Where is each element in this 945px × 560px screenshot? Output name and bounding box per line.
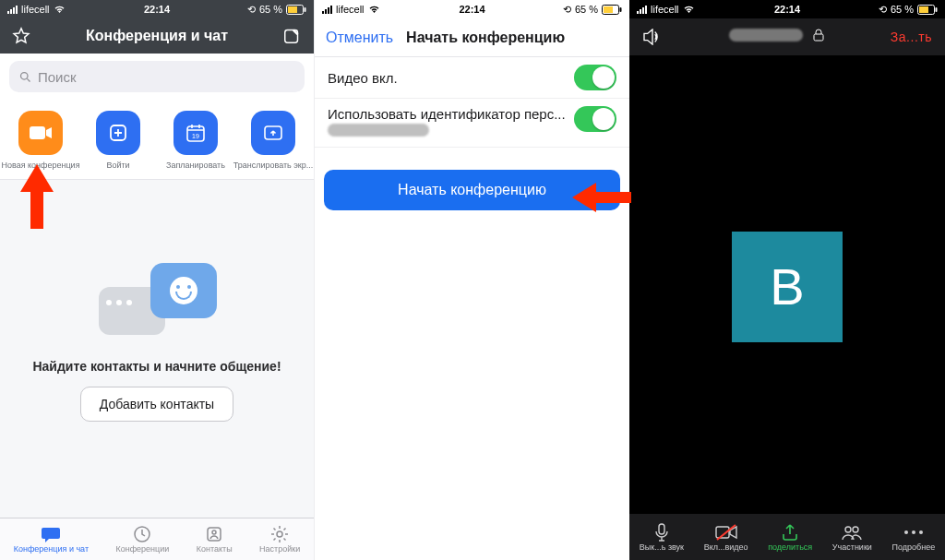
battery-label: 65 % [575, 4, 598, 15]
battery-label: 65 % [259, 4, 282, 15]
clock: 22:14 [459, 4, 484, 15]
clock-icon [133, 525, 151, 543]
svg-rect-18 [919, 6, 928, 13]
setting-video-on: Видео вкл. [315, 57, 629, 99]
video-icon [29, 125, 53, 141]
empty-state: Найдите контакты и начните общение! Доба… [0, 263, 314, 422]
end-call-button[interactable]: За...ть [891, 30, 932, 44]
contact-icon [205, 525, 223, 543]
signal-icon [7, 6, 18, 14]
video-area[interactable]: В [629, 55, 945, 518]
participants-icon [841, 524, 863, 541]
tab-conferences[interactable]: Конференции [115, 525, 169, 554]
toggle-video[interactable] [574, 65, 616, 90]
status-bar: lifecell 22:14 ⟲ 65 % [0, 0, 314, 18]
signal-icon [322, 6, 332, 14]
calendar-icon: 19 [185, 123, 206, 143]
tab-label: Конференции [115, 544, 169, 554]
modal-header: Отменить Начать конференцию [315, 18, 629, 57]
more-icon [903, 529, 925, 536]
tutorial-arrow [18, 164, 55, 229]
setting-label: Использовать идентификатор перс... [328, 106, 574, 139]
btn-mute[interactable]: Вык...ь звук [640, 523, 684, 552]
bottom-tabbar: Конференция и чат Конференции Контакты Н… [0, 518, 314, 560]
btn-label: Вкл...видео [704, 542, 748, 552]
tab-label: Настройки [259, 544, 300, 554]
battery-icon [286, 5, 306, 15]
action-schedule[interactable]: 19 Запланировать [159, 111, 233, 170]
svg-rect-5 [30, 126, 45, 139]
speaker-icon[interactable] [642, 29, 663, 45]
link-icon: ⟲ [247, 4, 256, 16]
carrier-label: lifecell [651, 4, 679, 15]
svg-point-4 [21, 72, 29, 79]
btn-label: Подробнее [891, 542, 935, 552]
svg-rect-16 [620, 7, 622, 12]
empty-text: Найдите контакты и начните общение! [32, 359, 281, 374]
clock: 22:14 [144, 4, 170, 15]
btn-label: поделиться [768, 542, 812, 552]
mic-icon [653, 523, 670, 542]
status-bar: lifecell 22:14 ⟲ 65 % [629, 0, 945, 18]
link-icon: ⟲ [563, 4, 571, 16]
action-join[interactable]: Войти [81, 111, 155, 170]
svg-rect-21 [659, 524, 664, 534]
svg-point-26 [912, 530, 915, 534]
svg-point-24 [853, 527, 858, 532]
avatar-initial: В [770, 256, 804, 316]
wifi-icon [54, 5, 66, 14]
tab-conference-chat[interactable]: Конференция и чат [14, 525, 89, 554]
panel-start-conference: lifecell 22:14 ⟲ 65 % Отменить Начать ко… [315, 0, 629, 560]
cancel-button[interactable]: Отменить [326, 30, 393, 46]
btn-share[interactable]: поделиться [768, 523, 812, 552]
btn-video[interactable]: Вкл...видео [704, 523, 748, 552]
tab-label: Контакты [197, 544, 233, 554]
search-placeholder: Поиск [38, 69, 77, 85]
favorites-icon[interactable] [11, 26, 31, 46]
btn-label: Участники [832, 542, 872, 552]
action-label: Транслировать экр... [233, 161, 314, 170]
wifi-icon [683, 5, 695, 14]
tab-label: Конференция и чат [14, 544, 89, 554]
compose-icon[interactable] [282, 26, 303, 46]
svg-rect-2 [305, 7, 306, 12]
setting-use-pmi: Использовать идентификатор перс... [315, 99, 629, 148]
battery-label: 65 % [891, 4, 914, 15]
action-share-screen[interactable]: Транслировать экр... [236, 111, 310, 170]
tab-contacts[interactable]: Контакты [197, 525, 233, 554]
svg-rect-20 [814, 34, 823, 41]
redacted-pmi [328, 124, 429, 137]
toggle-pmi[interactable] [574, 106, 616, 132]
svg-point-25 [904, 530, 908, 534]
carrier-label: lifecell [21, 4, 50, 15]
btn-more[interactable]: Подробнее [891, 523, 935, 552]
gear-icon [270, 525, 289, 543]
battery-icon [917, 5, 938, 15]
add-contacts-button[interactable]: Добавить контакты [80, 387, 233, 422]
setting-label: Видео вкл. [328, 70, 574, 86]
action-label: Запланировать [166, 161, 225, 170]
panel-in-call: lifecell 22:14 ⟲ 65 % За...ть В Вык...ь … [629, 0, 945, 560]
action-new-conference[interactable]: Новая конференция [4, 111, 78, 170]
header: Конференция и чат [0, 18, 314, 54]
svg-rect-19 [936, 7, 938, 12]
setting-label-text: Использовать идентификатор перс... [328, 106, 566, 122]
plus-icon [109, 124, 127, 142]
tab-settings[interactable]: Настройки [259, 525, 300, 554]
header-title: Конференция и чат [86, 28, 228, 44]
btn-participants[interactable]: Участники [832, 523, 872, 552]
call-header: За...ть [629, 18, 945, 55]
action-label: Войти [106, 161, 129, 170]
search-input[interactable]: Поиск [9, 61, 305, 92]
call-toolbar: Вык...ь звук Вкл...видео поделиться Учас… [629, 514, 945, 560]
svg-point-23 [845, 527, 851, 532]
search-row: Поиск [0, 54, 314, 100]
svg-point-27 [919, 530, 923, 534]
svg-rect-1 [288, 6, 297, 13]
carrier-label: lifecell [336, 4, 365, 15]
svg-text:19: 19 [192, 133, 199, 139]
svg-rect-15 [604, 6, 613, 13]
signal-icon [637, 6, 647, 14]
link-icon: ⟲ [879, 4, 887, 16]
modal-title: Начать конференцию [406, 30, 565, 46]
